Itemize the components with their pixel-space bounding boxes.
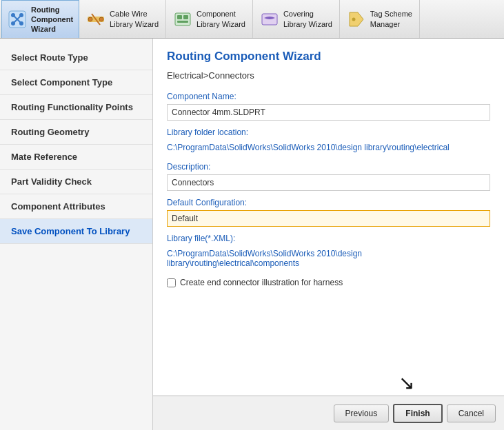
sidebar-item-mate-reference[interactable]: Mate Reference — [0, 145, 152, 170]
toolbar-item-covering-library[interactable]: Covering Library Wizard — [253, 0, 340, 38]
default-config-label: Default Configuration: — [167, 198, 490, 207]
library-file-value: C:\ProgramData\SolidWorks\SolidWorks 201… — [167, 246, 490, 271]
toolbar-item-tag-scheme[interactable]: Tag Scheme Manager — [340, 0, 420, 38]
main-container: Select Route Type Select Component Type … — [0, 39, 504, 430]
svg-rect-11 — [177, 15, 182, 19]
component-name-label: Component Name: — [167, 92, 490, 101]
button-bar: Previous Finish Cancel — [153, 396, 504, 430]
sidebar-item-part-validity-check[interactable]: Part Validity Check — [0, 170, 152, 194]
create-illustration-checkbox[interactable] — [167, 278, 176, 287]
toolbar: Routing Component Wizard Cable Wire Libr… — [0, 0, 504, 39]
sidebar-item-select-component-type[interactable]: Select Component Type — [0, 70, 152, 95]
library-folder-value: C:\ProgramData\SolidWorks\SolidWorks 201… — [167, 140, 490, 155]
cable-wire-icon — [86, 10, 105, 29]
library-folder-label: Library folder location: — [167, 127, 490, 137]
finish-button[interactable]: Finish — [393, 404, 442, 423]
toolbar-item-cable-wire[interactable]: Cable Wire Library Wizard — [79, 0, 166, 38]
sidebar-item-select-route-type[interactable]: Select Route Type — [0, 45, 152, 70]
sidebar-item-component-attributes[interactable]: Component Attributes — [0, 194, 152, 219]
cancel-button[interactable]: Cancel — [447, 405, 496, 422]
toolbar-item-routing-wizard-label: Routing Component Wizard — [31, 5, 73, 34]
create-illustration-label: Create end connector illustration for ha… — [180, 278, 343, 287]
content-area: Routing Component Wizard Electrical>Conn… — [153, 39, 504, 430]
routing-wizard-icon — [8, 10, 27, 29]
svg-rect-13 — [177, 21, 188, 23]
svg-rect-12 — [183, 15, 188, 19]
checkbox-row: Create end connector illustration for ha… — [167, 278, 490, 287]
toolbar-item-component-library[interactable]: Component Library Wizard — [166, 0, 253, 38]
sidebar-item-save-component[interactable]: Save Component To Library — [0, 219, 152, 244]
covering-library-icon — [260, 10, 279, 29]
description-value: Connectors — [167, 174, 490, 191]
svg-point-9 — [99, 17, 103, 21]
svg-point-15 — [352, 17, 355, 21]
previous-button[interactable]: Previous — [334, 405, 390, 422]
library-file-label: Library file(*.XML): — [167, 234, 490, 243]
sidebar: Select Route Type Select Component Type … — [0, 39, 153, 430]
toolbar-item-cable-label: Cable Wire Library Wizard — [110, 9, 159, 29]
arrow-indicator: ↘ — [399, 371, 414, 394]
component-library-icon — [173, 10, 192, 29]
svg-rect-10 — [175, 13, 190, 25]
default-config-value[interactable]: Default — [167, 210, 490, 227]
component-name-value: Connector 4mm.SLDPRT — [167, 104, 490, 121]
tag-scheme-icon — [347, 10, 366, 29]
sidebar-item-routing-functionality-points[interactable]: Routing Functionality Points — [0, 95, 152, 120]
breadcrumb: Electrical>Connectors — [167, 70, 490, 81]
description-label: Description: — [167, 162, 490, 172]
page-title: Routing Component Wizard — [167, 50, 490, 63]
toolbar-item-covering-label: Covering Library Wizard — [283, 9, 332, 29]
toolbar-item-routing-wizard[interactable]: Routing Component Wizard — [1, 0, 79, 38]
toolbar-item-tag-label: Tag Scheme Manager — [370, 9, 412, 29]
toolbar-item-component-label: Component Library Wizard — [196, 9, 245, 29]
sidebar-item-routing-geometry[interactable]: Routing Geometry — [0, 120, 152, 145]
svg-point-8 — [88, 17, 92, 21]
